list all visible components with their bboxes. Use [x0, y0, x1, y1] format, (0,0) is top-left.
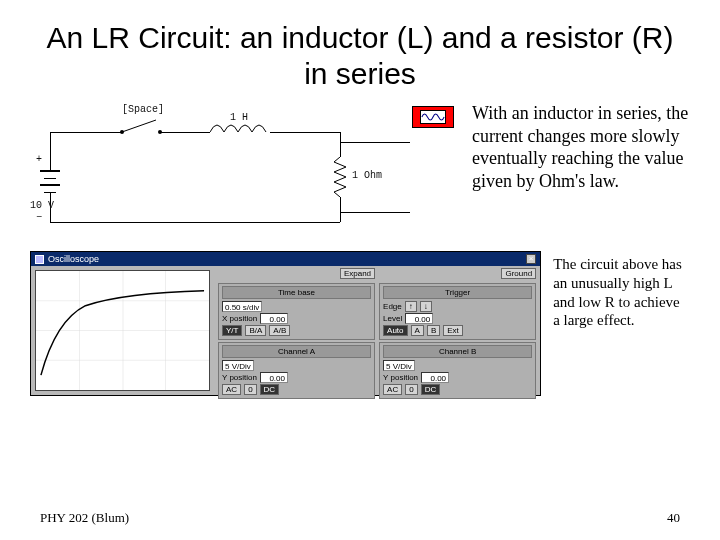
svg-point-1	[158, 130, 162, 134]
switch-label: [Space]	[122, 104, 164, 115]
cha-ypos[interactable]: 0.00	[260, 372, 288, 383]
page-number: 40	[667, 510, 680, 526]
cha-ac[interactable]: AC	[222, 384, 241, 395]
mode-yt[interactable]: Y/T	[222, 325, 242, 336]
timebase-rate[interactable]: 0.50 s/div	[222, 301, 262, 312]
circuit-diagram: [Space] 1 H 1 Ohm 10 V + −	[30, 102, 460, 247]
mode-ab[interactable]: A/B	[269, 325, 290, 336]
chb-ac[interactable]: AC	[383, 384, 402, 395]
trigger-level[interactable]: 0.00	[405, 313, 433, 324]
oscilloscope-icon[interactable]	[412, 106, 454, 128]
channel-a-panel: Channel A 5 V/Div Y position0.00 AC 0 DC	[218, 342, 375, 399]
oscilloscope-titlebar[interactable]: Oscilloscope ×	[31, 252, 540, 266]
window-menu-icon[interactable]	[35, 255, 44, 264]
resistor-label: 1 Ohm	[352, 170, 382, 181]
slide-title: An LR Circuit: an inductor (L) and a res…	[40, 20, 680, 92]
trig-auto[interactable]: Auto	[383, 325, 407, 336]
cha-0[interactable]: 0	[244, 384, 256, 395]
trig-a[interactable]: A	[411, 325, 424, 336]
chb-ypos[interactable]: 0.00	[421, 372, 449, 383]
cha-dc[interactable]: DC	[260, 384, 280, 395]
explanation-text: With an inductor in series, the current …	[472, 102, 690, 192]
expand-button[interactable]: Expand	[340, 268, 375, 279]
chb-dc[interactable]: DC	[421, 384, 441, 395]
xpos-input[interactable]: 0.00	[260, 313, 288, 324]
source-label: 10 V	[30, 200, 54, 211]
ground-button[interactable]: Ground	[501, 268, 536, 279]
timebase-panel: Time base 0.50 s/div X position0.00 Y/T …	[218, 283, 375, 340]
trigger-panel: Trigger Edge↑↓ Level0.00 Auto A B Ext	[379, 283, 536, 340]
svg-line-2	[122, 120, 156, 132]
close-icon[interactable]: ×	[526, 254, 536, 264]
trig-ext[interactable]: Ext	[443, 325, 463, 336]
chb-0[interactable]: 0	[405, 384, 417, 395]
mode-ba[interactable]: B/A	[245, 325, 266, 336]
oscilloscope-plot	[35, 270, 210, 391]
edge-fall-icon[interactable]: ↓	[420, 301, 432, 312]
trig-b[interactable]: B	[427, 325, 440, 336]
oscilloscope-window: Oscilloscope × Expand	[30, 251, 541, 396]
inductor-label: 1 H	[230, 112, 248, 123]
cha-scale[interactable]: 5 V/Div	[222, 360, 254, 371]
note-text: The circuit above has an unusually high …	[553, 255, 690, 330]
channel-b-panel: Channel B 5 V/Div Y position0.00 AC 0 DC	[379, 342, 536, 399]
chb-scale[interactable]: 5 V/Div	[383, 360, 415, 371]
window-title: Oscilloscope	[48, 254, 99, 264]
footer-left: PHY 202 (Blum)	[40, 510, 129, 526]
edge-rise-icon[interactable]: ↑	[405, 301, 417, 312]
